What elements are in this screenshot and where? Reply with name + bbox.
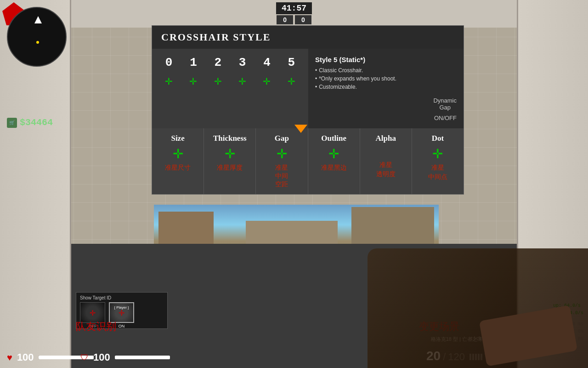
param-dot-chinese: 准星中间点 [428,163,447,181]
money-amount: $34464 [20,117,53,128]
style-num-2[interactable]: 2 [212,56,224,69]
mini-crosshair-3: ✛ [238,77,246,86]
style-desc-item-2: • Customizeable. [315,84,457,90]
style-desc-item-0: • Classic Crosshair. [315,67,457,74]
mini-crosshair-0: ✛ [165,77,173,86]
param-size-chinese: 准星尺寸 [165,163,191,172]
fps-line2: loss: 0% choke: 0% [470,328,583,335]
param-alpha-chinese: 准星透明度 [376,161,396,178]
ammo-bars [469,354,482,360]
mini-crosshair-5: ✛ [288,77,295,86]
param-outline[interactable]: Outline ✛ 准星黑边 [308,128,360,194]
timer-area: 41:57 0 0 [276,2,312,24]
svg-rect-2 [489,355,493,358]
ammo-separator: / [443,351,446,363]
ammo-area: 20 / 120 [426,349,482,363]
radar-arrow [34,16,42,23]
panel-top-body: 0 1 2 3 4 5 ✛ ✛ ✛ ✛ ✛ ✛ Style 5 ( [152,49,464,128]
param-outline-chinese: 准星黑边 [321,163,347,172]
style-arrow-indicator [294,125,307,133]
svg-rect-1 [496,348,503,351]
score-right: 0 [295,15,311,24]
param-size[interactable]: Size ✛ 准星尺寸 [152,128,204,194]
param-thickness-chinese: 准星厚度 [217,163,243,172]
armor-area: 🛡 100 [80,351,170,363]
param-thickness[interactable]: Thickness ✛ 准星厚度 [204,128,256,194]
score-row: 0 0 [277,15,311,24]
svg-rect-0 [485,350,498,355]
weapon-name: 格洛克18 型 | 亡者之薄 [431,336,482,343]
panel-title: Crosshair Style [161,31,271,43]
armor-icon: 🛡 [80,353,89,362]
crosshair-style-panel[interactable]: Crosshair Style 0 1 2 3 4 5 ✛ ✛ ✛ ✛ [152,25,464,195]
money-icon: 🛒 [7,118,17,128]
money-display: 🛒 $34464 [7,117,53,128]
param-thickness-crosshair: ✛ [225,148,235,161]
param-dot-crosshair: ✛ [432,148,443,161]
style-description: Style 5 (Static*) • Classic Crosshair. •… [308,49,464,128]
armor-bar [115,356,170,359]
fps-right1: up: 64.0/s [553,302,583,310]
param-thickness-label: Thickness [213,134,247,143]
fps-green: up: 64.0/s cmd: 64.0/s load [553,302,583,324]
pistol-svg [482,345,505,359]
param-alpha-label: Alpha [376,134,396,143]
styles-section: 0 1 2 3 4 5 ✛ ✛ ✛ ✛ ✛ ✛ [152,49,308,128]
param-gap-label: Gap [275,134,289,143]
param-dot[interactable]: Dot ✛ 准星中间点 [412,128,464,194]
param-outline-label: Outline [321,134,346,143]
params-section: Size ✛ 准星尺寸 Thickness ✛ 准星厚度 Gap ✛ 准星中间空… [152,128,464,194]
param-size-crosshair: ✛ [173,148,183,161]
style-crosshairs: ✛ ✛ ✛ ✛ ✛ ✛ [157,73,304,90]
param-alpha[interactable]: Alpha 准星透明度 [360,128,412,194]
dynamic-gap-label: DynamicGap [433,97,457,111]
style-num-1[interactable]: 1 [187,56,199,69]
on-off-label[interactable]: ON/OFF [434,115,457,121]
mini-crosshair-1: ✛ [189,77,197,86]
armor-value: 100 [93,351,110,363]
pistol-icon-area [482,345,505,361]
param-outline-crosshair: ✛ [328,148,339,161]
style-num-4[interactable]: 4 [261,56,273,69]
style-desc-title: Style 5 (Static*) [315,56,457,63]
param-dot-label: Dot [432,134,444,143]
game-timer: 41:57 [276,2,312,14]
mini-crosshair-2: ✛ [214,77,222,86]
ammo-current: 20 [426,349,441,363]
health-value: 100 [17,351,34,363]
param-gap[interactable]: Gap ✛ 准星中间空距 [256,128,308,194]
target-id-title: Show Target ID [80,295,164,300]
style-num-3[interactable]: 3 [237,56,249,69]
param-size-label: Size [171,134,184,143]
score-left: 0 [277,15,293,24]
fps-line3: tick: 64.0 sv: 1.7+- 1.4 ms var: 0.378 m… [470,335,583,343]
fps-right3: load [553,317,583,324]
ammo-reserve: 120 [448,351,465,363]
game-background: 🛒 $34464 41:57 0 0 Crosshair Style 0 [0,0,588,368]
style-num-0[interactable]: 0 [163,56,175,69]
fps-right2: cmd: 64.0/s [553,310,583,317]
radar-dot [36,41,39,44]
change-scene-button[interactable]: 变更场景 [419,320,459,334]
style-numbers: 0 1 2 3 4 5 [157,53,304,73]
armor-fill [115,356,170,359]
radar [7,7,67,67]
health-icon: ♥ [7,352,12,363]
target-on-label: ON [119,324,125,328]
mini-crosshair-4: ✛ [263,77,271,86]
panel-header: Crosshair Style [152,26,464,49]
param-gap-chinese: 准星中间空距 [275,163,288,189]
style-num-5[interactable]: 5 [286,56,298,69]
teammate-id-button[interactable]: 队友识别 [76,320,116,334]
dynamic-gap-area: DynamicGap ON/OFF [315,97,457,121]
param-gap-crosshair: ✛ [277,148,287,161]
style-desc-item-1: • *Only expands when you shoot. [315,75,457,82]
